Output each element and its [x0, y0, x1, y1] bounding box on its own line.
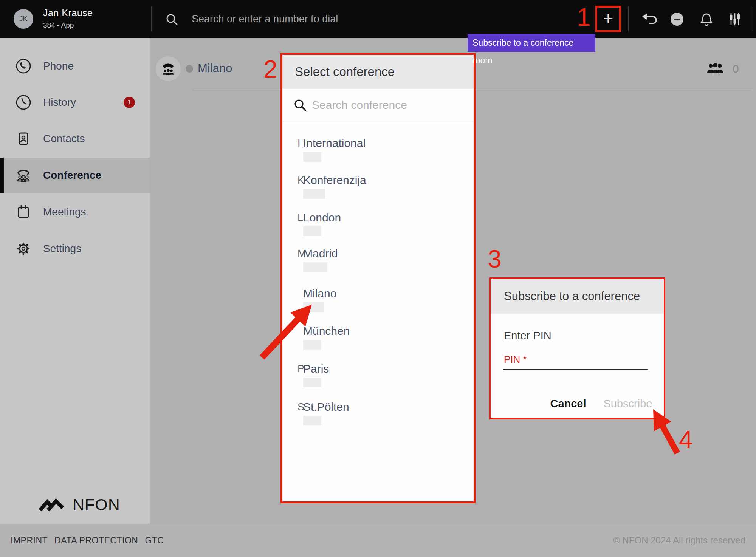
conference-search-input[interactable]	[311, 96, 462, 114]
conference-list-item[interactable]: I International	[282, 136, 474, 162]
topbar-divider	[753, 6, 753, 31]
modal-title: Select conference	[295, 65, 395, 79]
phone-icon	[14, 57, 33, 75]
redacted-number	[303, 152, 321, 162]
search-icon	[294, 99, 307, 112]
user-name: Jan Krause	[43, 8, 93, 19]
cancel-button[interactable]: Cancel	[544, 395, 593, 412]
conference-list-item[interactable]: K Konferenzija	[282, 173, 474, 199]
footer-link-imprint[interactable]: IMPRINT	[11, 535, 48, 546]
topbar-divider	[151, 6, 152, 31]
index-letter: I	[282, 136, 303, 162]
footer-link-data-protection[interactable]: DATA PROTECTION	[54, 535, 138, 546]
redacted-number	[303, 302, 324, 312]
settings-sliders-icon[interactable]	[727, 12, 742, 27]
redacted-number	[303, 340, 321, 350]
redacted-number	[303, 189, 325, 199]
participant-count: 0	[733, 62, 739, 75]
index-letter: M	[282, 246, 303, 272]
conference-icon	[14, 166, 33, 184]
sidebar-selected-highlight: Conference	[0, 158, 150, 193]
app-window: JK Jan Krause 384 - App 1 +	[0, 0, 756, 557]
conference-item-name: Milano	[303, 286, 336, 301]
annotation-step-1: 1	[577, 5, 591, 29]
conference-item-name: St.Pölten	[303, 400, 349, 414]
top-bar: JK Jan Krause 384 - App 1 +	[0, 0, 756, 38]
conference-status-dot	[186, 65, 193, 73]
redacted-number	[303, 378, 321, 387]
sidebar-item-settings[interactable]: Settings	[0, 235, 150, 262]
sidebar-item-history[interactable]: History 1	[0, 89, 150, 116]
conference-search-row	[282, 89, 474, 122]
conference-item-name: Konferenzija	[303, 173, 366, 187]
index-letter: P	[282, 362, 303, 387]
sidebar-nav: Phone History 1 Contacts	[0, 38, 150, 524]
do-not-disturb-icon[interactable]	[671, 13, 683, 26]
footer: IMPRINT DATA PROTECTION GTC © NFON 2024 …	[0, 524, 756, 557]
minus-glyph	[674, 19, 680, 20]
footer-link-gtc[interactable]: GTC	[145, 535, 164, 546]
user-avatar[interactable]: JK	[14, 9, 33, 29]
conference-icon	[160, 61, 176, 77]
conference-list-item[interactable]: L London	[282, 210, 474, 236]
topbar-divider	[628, 6, 629, 31]
conference-item-name: Paris	[303, 362, 329, 376]
history-unread-badge: 1	[124, 97, 135, 108]
sidebar-item-label: History	[43, 96, 76, 108]
sidebar-item-conference[interactable]: Conference	[0, 162, 150, 189]
call-forward-icon[interactable]	[641, 11, 658, 27]
settings-gear-icon	[14, 240, 33, 258]
sidebar-item-phone[interactable]: Phone	[0, 53, 150, 79]
subscribe-button[interactable]: Subscribe	[600, 395, 656, 412]
sidebar-item-meetings[interactable]: Meetings	[0, 199, 150, 225]
index-letter: L	[282, 210, 303, 236]
sidebar-item-label: Conference	[43, 169, 101, 181]
subscribe-pin-modal: Subscribe to a conference Enter PIN PIN …	[489, 277, 665, 419]
subscribe-conference-button[interactable]: +	[595, 6, 621, 32]
meetings-calendar-icon	[14, 203, 33, 221]
enter-pin-label: Enter PIN	[504, 330, 552, 342]
conference-item-name: München	[303, 324, 350, 338]
sidebar-item-label: Contacts	[43, 133, 85, 145]
pin-input[interactable]	[503, 354, 648, 370]
modal-title: Subscribe to a conference	[504, 289, 640, 303]
footer-links: IMPRINT DATA PROTECTION GTC	[11, 535, 164, 546]
conference-avatar	[156, 56, 181, 81]
history-clock-icon	[14, 93, 33, 111]
dial-search-input[interactable]	[191, 9, 437, 29]
conference-list-item[interactable]: München	[282, 324, 474, 350]
annotation-step-3: 3	[488, 246, 502, 271]
nfon-logo-mark	[37, 495, 68, 514]
conference-item-name: International	[303, 136, 366, 150]
index-letter: S	[282, 400, 303, 425]
tooltip-subscribe-conference: Subscribe to a conference room	[468, 34, 595, 52]
index-letter	[282, 324, 303, 350]
nfon-logo-text: NFON	[73, 495, 120, 514]
conference-item-name: London	[303, 210, 341, 225]
annotation-step-4: 4	[679, 427, 693, 452]
notifications-bell-icon[interactable]	[699, 11, 714, 28]
contacts-icon	[14, 130, 33, 148]
modal-header: Select conference	[282, 55, 474, 89]
user-extension: 384 - App	[43, 21, 74, 29]
conference-list-item[interactable]: P Paris	[282, 362, 474, 387]
redacted-number	[303, 226, 321, 236]
conference-list-item-milano[interactable]: Milano	[282, 286, 474, 312]
conference-list-item[interactable]: M Madrid	[282, 246, 474, 272]
footer-copyright: © NFON 2024 All rights reserved	[613, 535, 745, 546]
redacted-number	[303, 416, 321, 425]
redacted-number	[303, 262, 327, 272]
sidebar-item-label: Meetings	[43, 206, 86, 218]
modal-header: Subscribe to a conference	[491, 279, 664, 314]
index-letter	[282, 286, 303, 312]
sidebar-item-label: Settings	[43, 243, 81, 255]
annotation-step-2: 2	[263, 57, 277, 82]
conference-list-item[interactable]: S St.Pölten	[282, 400, 474, 425]
conference-item-name: Madrid	[303, 246, 338, 261]
select-conference-modal: Select conference I International K Konf…	[280, 53, 476, 503]
sidebar-item-contacts[interactable]: Contacts	[0, 125, 150, 152]
sidebar-item-label: Phone	[43, 60, 74, 72]
search-icon	[166, 13, 178, 26]
plus-icon: +	[603, 9, 613, 27]
index-letter: K	[282, 173, 303, 199]
